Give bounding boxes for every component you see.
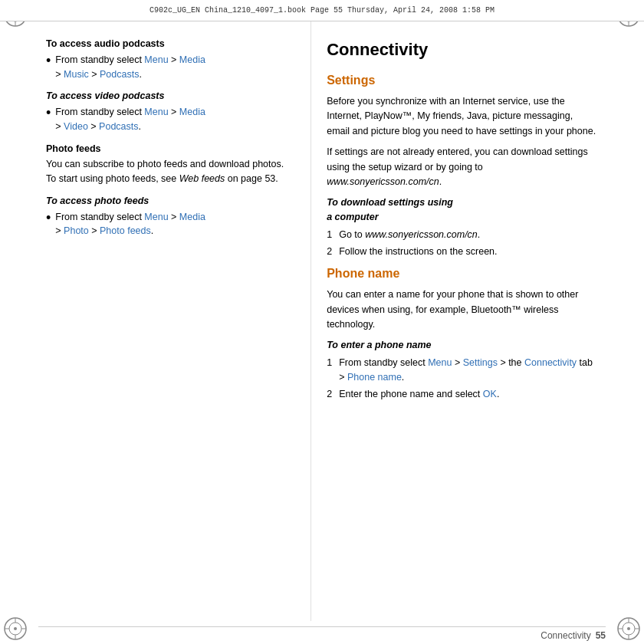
access-photo-feeds-heading: To access photo feeds (46, 194, 295, 209)
svg-point-23 (627, 627, 630, 630)
audio-podcasts-bullet: • From standby select Menu > Media > Mus… (46, 53, 295, 82)
download-settings-heading: To download settings usinga computer (327, 196, 598, 225)
phone-step-num-2: 2 (327, 387, 339, 402)
media-link-1: Media (179, 54, 205, 65)
settings-title: Settings (327, 71, 598, 90)
main-title: Connectivity (327, 37, 598, 62)
footer-label: Connectivity (540, 630, 590, 641)
url-text: www.sonyericsson.com/cn (327, 176, 439, 187)
footer: Connectivity 55 (38, 626, 606, 641)
video-link: Video (64, 121, 88, 132)
corner-decoration-br (615, 615, 642, 642)
settings-body2: If settings are not already entered, you… (327, 145, 598, 189)
download-step-1-text: Go to www.sonyericsson.com/cn. (339, 228, 480, 242)
corner-decoration-bl (2, 615, 29, 642)
download-step-2: 2 Follow the instructions on the screen. (327, 245, 598, 259)
video-podcasts-text: From standby select Menu > Media > Video… (55, 105, 295, 134)
phone-step-num-1: 1 (327, 356, 339, 370)
menu-link-1: Menu (144, 54, 168, 65)
ok-link: OK (483, 389, 497, 399)
download-step-1: 1 Go to www.sonyericsson.com/cn. (327, 228, 598, 242)
phone-name-step-2: 2 Enter the phone name and select OK. (327, 387, 598, 402)
access-photo-feeds-text: From standby select Menu > Media > Photo… (55, 210, 295, 239)
podcasts-link-1: Podcasts (100, 69, 139, 80)
phone-name-steps: 1 From standby select Menu > Settings > … (327, 356, 598, 401)
video-podcasts-heading: To access video podcasts (46, 89, 295, 104)
bullet-dot-2: • (46, 105, 51, 122)
phone-name-link: Phone name (347, 372, 402, 383)
photo-feeds-section: Photo feeds You can subscribe to photo f… (46, 142, 295, 186)
header-bar: C902c_UG_EN China_1210_4097_1.book Page … (0, 0, 644, 21)
photo-link: Photo (64, 225, 89, 236)
settings-link-r: Settings (463, 357, 498, 368)
url-italic-1: www.sonyericsson.com/cn (365, 229, 478, 240)
bullet-dot-3: • (46, 210, 51, 227)
phone-name-title: Phone name (327, 264, 598, 283)
phone-name-body: You can enter a name for your phone that… (327, 288, 598, 332)
menu-link-2: Menu (144, 107, 168, 117)
download-step-2-text: Follow the instructions on the screen. (339, 245, 497, 259)
video-podcasts-bullet: • From standby select Menu > Media > Vid… (46, 105, 295, 134)
photo-feeds-body: You can subscribe to photo feeds and dow… (46, 157, 295, 186)
media-link-3: Media (179, 212, 205, 222)
music-link: Music (64, 69, 89, 80)
photo-feeds-heading: Photo feeds (46, 142, 295, 156)
media-link-2: Media (179, 107, 205, 117)
phone-name-step-1: 1 From standby select Menu > Settings > … (327, 356, 598, 385)
phone-name-step-2-text: Enter the phone name and select OK. (339, 387, 499, 402)
right-column: Connectivity Settings Before you synchro… (310, 21, 606, 621)
step-num-1: 1 (327, 228, 339, 242)
left-column: To access audio podcasts • From standby … (38, 21, 310, 621)
menu-link-3: Menu (144, 212, 168, 222)
header-text: C902c_UG_EN China_1210_4097_1.book Page … (150, 6, 495, 15)
podcasts-link-2: Podcasts (99, 121, 138, 132)
audio-podcasts-heading: To access audio podcasts (46, 37, 295, 51)
web-feeds-italic: Web feeds (179, 173, 225, 184)
svg-point-16 (14, 627, 17, 630)
access-photo-feeds-bullet: • From standby select Menu > Media > Pho… (46, 210, 295, 239)
content-area: To access audio podcasts • From standby … (38, 21, 606, 621)
audio-podcasts-text: From standby select Menu > Media > Music… (55, 53, 295, 82)
footer-page: 55 (596, 630, 606, 641)
download-settings-steps: 1 Go to www.sonyericsson.com/cn. 2 Follo… (327, 228, 598, 259)
photo-feeds-link: Photo feeds (100, 225, 151, 236)
bullet-dot-1: • (46, 53, 51, 70)
enter-phone-name-heading: To enter a phone name (327, 338, 598, 353)
settings-body1: Before you synchronize with an Internet … (327, 94, 598, 139)
phone-name-step-1-text: From standby select Menu > Settings > th… (339, 356, 598, 385)
menu-link-r1: Menu (428, 357, 452, 368)
connectivity-link: Connectivity (524, 357, 577, 368)
step-num-2: 2 (327, 245, 339, 259)
